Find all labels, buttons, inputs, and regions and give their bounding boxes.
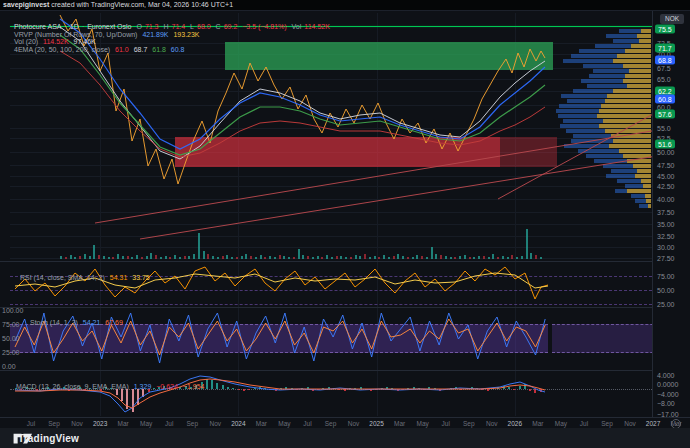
- ema-value-3: 61.8: [152, 46, 166, 53]
- price-badge-green: 51.6: [655, 140, 675, 149]
- rsi-line: [15, 267, 548, 299]
- time-label: Jul: [442, 420, 450, 427]
- trendline-2: [140, 151, 688, 239]
- indicator-tick-label: 0.0000: [657, 381, 678, 388]
- time-label: 2025: [369, 420, 383, 427]
- series-layer: [0, 11, 690, 429]
- time-label: 2026: [508, 420, 522, 427]
- price-tick-label: 67.5: [657, 65, 671, 72]
- stoch-value-1: 54.21: [83, 319, 101, 326]
- time-label: Jul: [165, 420, 173, 427]
- time-label: Mar: [671, 420, 682, 427]
- time-label: 2023: [93, 420, 107, 427]
- footer-bar: TradingView: [0, 428, 690, 448]
- price-tick-label: 40.00: [657, 196, 675, 203]
- change-value: −3.5 (−4.81%): [242, 23, 286, 30]
- title-bar: savepiginvest created with TradingView.c…: [0, 0, 690, 10]
- price-tick-label: 35.00: [657, 221, 675, 228]
- time-label: Nov: [486, 420, 498, 427]
- author-name: savepiginvest: [3, 1, 49, 8]
- vrvp-value-2: 193.23K: [173, 31, 199, 38]
- time-label: Mar: [394, 420, 405, 427]
- time-label: Sep: [601, 420, 613, 427]
- time-label: Nov: [348, 420, 360, 427]
- price-tick-label: 32.50: [657, 233, 675, 240]
- rsi-value-2: 33.75: [132, 274, 150, 281]
- price-tick-label: 30.00: [657, 244, 675, 251]
- time-label: Jul: [580, 420, 588, 427]
- exchange-label: Euronext Oslo: [87, 23, 131, 30]
- vol-label: Vol (20): [14, 38, 38, 45]
- time-label: Nov: [624, 420, 636, 427]
- price-tick-label: 55.0: [657, 125, 671, 132]
- macd-line: [15, 376, 545, 412]
- rsi-label: RSI (14, close, SMA, 14, 2): [20, 274, 105, 281]
- tradingview-chart-window: savepiginvest created with TradingView.c…: [0, 0, 690, 448]
- time-label: Nov: [71, 420, 83, 427]
- currency-button[interactable]: NOK: [660, 14, 684, 24]
- time-label: May: [140, 420, 152, 427]
- pane-separator-stoch[interactable]: [0, 307, 690, 308]
- vrvp-label: VRVP (Number Of Rows, 70, Up/Down): [14, 31, 137, 38]
- price-badge-blue: 60.8: [655, 95, 675, 104]
- ema-value-1: 61.0: [115, 46, 129, 53]
- time-label: Sep: [325, 420, 337, 427]
- open-value: 71.3: [145, 23, 159, 30]
- time-label: Jul: [303, 420, 311, 427]
- close-value: 69.2: [224, 23, 238, 30]
- indicator-tick-label: 50.00: [657, 287, 675, 294]
- price-tick-label: 45.00: [657, 173, 675, 180]
- title-text: created with TradingView.com, Mar 04, 20…: [49, 1, 233, 8]
- legend-stoch-row[interactable]: Stoch (14, 1, 3) 54.21 67.69: [30, 319, 126, 327]
- macd-value-3: −1.954: [183, 383, 205, 390]
- indicator-tick-label: −8.00: [657, 400, 675, 407]
- trendline-1: [95, 125, 688, 223]
- legend-ema-row[interactable]: 4EMA (20, 50, 100, 200, close) 61.0 68.7…: [14, 46, 187, 54]
- time-label: Mar: [118, 420, 129, 427]
- legend-macd-row[interactable]: MACD (12, 26, close, 9, EMA, EMA) 1.329 …: [16, 383, 207, 391]
- vol-value-2: 97.46K: [74, 38, 96, 45]
- price-badge-green: 57.6: [655, 110, 675, 119]
- time-label: May: [417, 420, 429, 427]
- macd-value-1: 1.329: [134, 383, 152, 390]
- price-tick-label: 65.0: [657, 76, 671, 83]
- time-label: Mar: [532, 420, 543, 427]
- macd-value-2: −0.624: [156, 383, 178, 390]
- symbol-name: Photocure ASA: [14, 23, 61, 30]
- indicator-tick-label: 75.00: [657, 273, 675, 280]
- price-tick-label: 47.50: [657, 162, 675, 169]
- price-tick-label: 50.00: [657, 149, 675, 156]
- time-label: 2027: [646, 420, 660, 427]
- vrvp-value-1: 421.89K: [142, 31, 168, 38]
- vol-value-1: 114.52K: [43, 38, 69, 45]
- indicator-tick-label: 4.000: [657, 372, 675, 379]
- price-line: [60, 15, 545, 184]
- tradingview-logo-icon[interactable]: [12, 432, 34, 445]
- indicator-tick-label: −4.000: [657, 391, 679, 398]
- interval-label: 1D: [70, 23, 79, 30]
- stoch-tick-label: 0.00: [2, 363, 16, 370]
- time-label: 2024: [231, 420, 245, 427]
- time-label: Jul: [27, 420, 35, 427]
- legend-rsi-row[interactable]: RSI (14, close, SMA, 14, 2) 54.31 33.75: [20, 274, 153, 282]
- chart-area[interactable]: Photocure ASA·1D·Euronext Oslo O71.3 H71…: [0, 10, 690, 428]
- time-label: May: [555, 420, 567, 427]
- high-value: 71.4: [172, 23, 186, 30]
- time-label: Sep: [463, 420, 475, 427]
- pane-separator-macd[interactable]: [0, 370, 690, 371]
- stoch-label: Stoch (14, 1, 3): [30, 319, 78, 326]
- pane-separator-rsi[interactable]: [0, 261, 690, 262]
- stoch-tick-label: 100.00: [2, 307, 23, 314]
- time-label: Sep: [48, 420, 60, 427]
- stoch-value-2: 67.69: [105, 319, 123, 326]
- price-tick-label: 27.50: [657, 255, 675, 262]
- price-tick-label: 37.50: [657, 209, 675, 216]
- macd-label: MACD (12, 26, close, 9, EMA, EMA): [16, 383, 129, 390]
- ema-value-4: 60.8: [171, 46, 185, 53]
- price-badge-green: 75.5: [655, 25, 675, 34]
- price-axis[interactable]: NOK 72.570.067.565.060.055.052.550.0047.…: [652, 11, 690, 417]
- stoch-tick-label: 50.00: [2, 335, 20, 342]
- stoch-tick-label: 25.00: [2, 349, 20, 356]
- ema-label: 4EMA (20, 50, 100, 200, close): [14, 46, 110, 53]
- time-label: May: [278, 420, 290, 427]
